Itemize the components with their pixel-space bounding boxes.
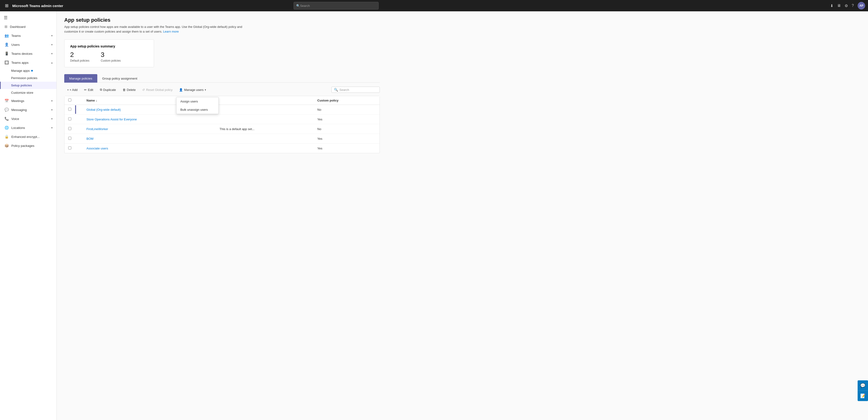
row-name-cell: FirstLineWorker <box>83 124 216 134</box>
row-name-cell: BOM <box>83 134 216 143</box>
row-checkbox[interactable] <box>68 108 71 111</box>
edit-icon: ✏ <box>84 88 87 92</box>
row-custom-policy-cell: No <box>314 105 379 115</box>
meetings-chevron-icon: ▾ <box>51 99 53 102</box>
table-search-box[interactable]: 🔍 <box>331 87 380 93</box>
custom-policies-label: Custom policies <box>101 59 121 62</box>
sidebar-sub-setup-policies[interactable]: Setup policies <box>0 82 57 89</box>
sidebar-item-teams-devices[interactable]: 📱 Teams devices ▾ <box>0 49 57 58</box>
sidebar-sub-customize-store[interactable]: Customize store <box>0 89 57 96</box>
screen-icon[interactable]: 🖥 <box>837 4 841 8</box>
teams-apps-icon: 🔲 <box>4 60 9 65</box>
page-title: App setup policies <box>64 17 380 23</box>
sidebar-item-dashboard[interactable]: ⊞ Dashboard <box>0 22 57 31</box>
table-row: Global (Org-wide default) No <box>64 105 379 115</box>
sidebar-item-messaging[interactable]: 💬 Messaging ▾ <box>0 105 57 114</box>
sidebar-label-policy-packages: Policy packages <box>11 144 34 148</box>
sidebar: ☰ ⊞ Dashboard 👥 Teams ▾ 👤 Users ▾ 📱 <box>0 11 57 420</box>
tab-manage-policies[interactable]: Manage policies <box>64 74 97 83</box>
manage-users-chevron-icon: ▾ <box>205 89 206 91</box>
table-search-input[interactable] <box>339 88 377 92</box>
manage-users-dropdown: Assign users Bulk unassign users <box>176 97 219 114</box>
policy-link[interactable]: Store Operations Assist for Everyone <box>87 118 137 121</box>
sidebar-item-voice[interactable]: 📞 Voice ▾ <box>0 114 57 123</box>
row-checkbox-cell <box>64 143 75 153</box>
row-indicator-cell <box>75 134 83 143</box>
sidebar-sub-manage-apps[interactable]: Manage apps <box>0 67 57 74</box>
dropdown-item-bulk-unassign[interactable]: Bulk unassign users <box>177 105 218 114</box>
waffle-icon[interactable]: ⊞ <box>3 2 10 9</box>
row-custom-policy-cell: Yes <box>314 115 379 124</box>
sidebar-label-customize-store: Customize store <box>11 91 33 94</box>
edit-button[interactable]: ✏ Edit <box>81 87 96 93</box>
policy-link[interactable]: BOM <box>87 137 94 140</box>
table-row: Associate users Yes <box>64 143 379 153</box>
dashboard-icon: ⊞ <box>4 25 7 29</box>
sidebar-item-teams-apps[interactable]: 🔲 Teams apps ▴ <box>0 58 57 67</box>
download-icon[interactable]: ⬇ <box>830 4 833 8</box>
voice-chevron-icon: ▾ <box>51 117 53 120</box>
add-button[interactable]: + + Add <box>64 87 80 93</box>
sidebar-item-locations[interactable]: 🌐 Locations ▾ <box>0 123 57 132</box>
devices-chevron-icon: ▾ <box>51 52 53 55</box>
table-header-row: Name ↓ Custom policy <box>64 96 379 105</box>
policy-link[interactable]: FirstLineWorker <box>87 127 108 131</box>
sidebar-hamburger[interactable]: ☰ <box>0 13 57 22</box>
th-indicator <box>75 96 83 105</box>
row-indicator-cell <box>75 143 83 153</box>
sidebar-item-teams[interactable]: 👥 Teams ▾ <box>0 31 57 40</box>
dropdown-item-assign-users[interactable]: Assign users <box>177 97 218 105</box>
manage-users-button[interactable]: 👤 Manage users ▾ <box>176 87 209 93</box>
row-name-cell: Associate users <box>83 143 216 153</box>
main-content: App setup policies App setup policies co… <box>57 11 868 420</box>
meetings-icon: 📅 <box>4 99 9 103</box>
right-panel-feedback-icon[interactable]: 📝 <box>858 391 868 401</box>
row-custom-policy-cell: Yes <box>314 143 379 153</box>
select-all-checkbox[interactable] <box>68 98 71 101</box>
toolbar: + + Add ✏ Edit ⧉ Duplicate 🗑 Delete ↺ <box>64 87 380 93</box>
reset-global-policy-button[interactable]: ↺ Reset Global policy <box>140 87 175 93</box>
row-indicator-cell <box>75 105 83 115</box>
gear-icon[interactable]: ⚙ <box>845 4 848 8</box>
row-checkbox-cell <box>64 115 75 124</box>
sidebar-item-enhanced-encrypt[interactable]: 🔒 Enhanced encrypt... <box>0 132 57 141</box>
summary-card-title: App setup policies summary <box>70 44 148 48</box>
row-checkbox[interactable] <box>68 127 71 130</box>
delete-button[interactable]: 🗑 Delete <box>120 87 138 93</box>
sidebar-item-policy-packages[interactable]: 📦 Policy packages <box>0 141 57 150</box>
sidebar-item-meetings[interactable]: 📅 Meetings ▾ <box>0 96 57 105</box>
duplicate-button[interactable]: ⧉ Duplicate <box>97 87 119 93</box>
sidebar-label-voice: Voice <box>11 117 19 121</box>
global-search-input[interactable] <box>300 4 376 7</box>
avatar[interactable]: AP <box>858 2 865 9</box>
default-policies-count: 2 <box>70 51 89 59</box>
sidebar-label-users: Users <box>11 43 20 46</box>
th-custom-policy: Custom policy <box>314 96 379 105</box>
global-search-box[interactable]: 🔍 <box>293 2 379 9</box>
policy-link[interactable]: Associate users <box>87 147 108 150</box>
row-checkbox-cell <box>64 134 75 143</box>
th-checkbox <box>64 96 75 105</box>
right-panel-chat-icon[interactable]: 💬 <box>858 380 868 391</box>
search-icon: 🔍 <box>296 4 300 7</box>
row-description-cell <box>216 143 313 153</box>
table-row: BOM Yes <box>64 134 379 143</box>
duplicate-icon: ⧉ <box>100 88 102 92</box>
row-description-cell <box>216 115 313 124</box>
row-checkbox[interactable] <box>68 137 71 140</box>
sidebar-label-teams: Teams <box>11 34 21 37</box>
learn-more-link[interactable]: Learn more <box>163 30 179 33</box>
row-checkbox[interactable] <box>68 117 71 120</box>
messaging-icon: 💬 <box>4 108 9 112</box>
policy-link[interactable]: Global (Org-wide default) <box>87 108 121 111</box>
row-checkbox[interactable] <box>68 147 71 150</box>
sidebar-label-teams-apps: Teams apps <box>11 61 29 64</box>
help-icon[interactable]: ? <box>852 4 854 8</box>
encrypt-icon: 🔒 <box>4 135 9 139</box>
tab-group-policy-assignment[interactable]: Group policy assignment <box>97 74 143 83</box>
sidebar-sub-permission-policies[interactable]: Permission policies <box>0 74 57 82</box>
voice-icon: 📞 <box>4 117 9 121</box>
sidebar-label-locations: Locations <box>11 126 25 130</box>
row-checkbox-cell <box>64 105 75 115</box>
sidebar-item-users[interactable]: 👤 Users ▾ <box>0 40 57 49</box>
